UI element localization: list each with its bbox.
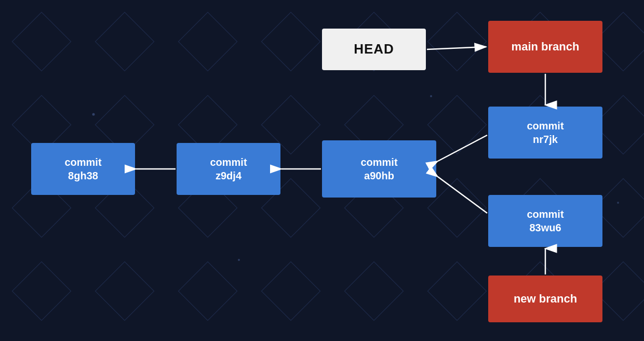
commit-a90hb-node: commita90hb: [322, 140, 436, 198]
new-branch-node: new branch: [488, 276, 602, 322]
commit-nr7jk-node: commitnr7jk: [488, 107, 602, 159]
head-node: HEAD: [322, 29, 426, 70]
commit-83wu6-node: commit83wu6: [488, 195, 602, 247]
commit-8gh38-node: commit8gh38: [31, 143, 135, 195]
commit-z9dj4-node: commitz9dj4: [177, 143, 280, 195]
main-branch-node: main branch: [488, 21, 602, 73]
